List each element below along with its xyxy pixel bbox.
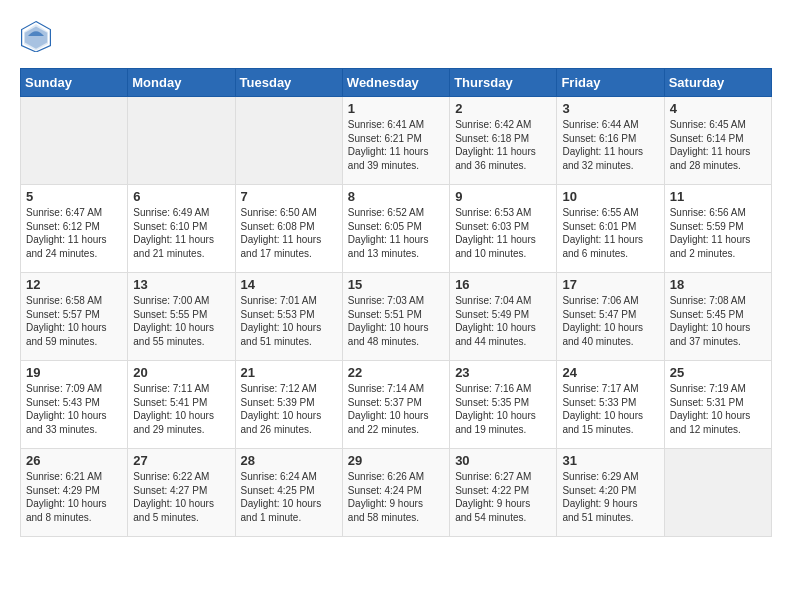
day-info: Sunrise: 6:44 AM Sunset: 6:16 PM Dayligh… [562, 118, 658, 172]
day-info: Sunrise: 7:12 AM Sunset: 5:39 PM Dayligh… [241, 382, 337, 436]
day-number: 14 [241, 277, 337, 292]
day-info: Sunrise: 6:58 AM Sunset: 5:57 PM Dayligh… [26, 294, 122, 348]
calendar-cell [128, 97, 235, 185]
day-info: Sunrise: 7:03 AM Sunset: 5:51 PM Dayligh… [348, 294, 444, 348]
weekday-header-friday: Friday [557, 69, 664, 97]
day-info: Sunrise: 6:29 AM Sunset: 4:20 PM Dayligh… [562, 470, 658, 524]
calendar-cell: 7Sunrise: 6:50 AM Sunset: 6:08 PM Daylig… [235, 185, 342, 273]
calendar-cell: 27Sunrise: 6:22 AM Sunset: 4:27 PM Dayli… [128, 449, 235, 537]
calendar-cell: 12Sunrise: 6:58 AM Sunset: 5:57 PM Dayli… [21, 273, 128, 361]
day-info: Sunrise: 6:50 AM Sunset: 6:08 PM Dayligh… [241, 206, 337, 260]
day-number: 18 [670, 277, 766, 292]
calendar-cell: 9Sunrise: 6:53 AM Sunset: 6:03 PM Daylig… [450, 185, 557, 273]
day-number: 27 [133, 453, 229, 468]
day-number: 2 [455, 101, 551, 116]
day-number: 28 [241, 453, 337, 468]
day-info: Sunrise: 6:42 AM Sunset: 6:18 PM Dayligh… [455, 118, 551, 172]
calendar-cell: 25Sunrise: 7:19 AM Sunset: 5:31 PM Dayli… [664, 361, 771, 449]
day-info: Sunrise: 7:14 AM Sunset: 5:37 PM Dayligh… [348, 382, 444, 436]
day-number: 5 [26, 189, 122, 204]
weekday-header-row: SundayMondayTuesdayWednesdayThursdayFrid… [21, 69, 772, 97]
day-number: 11 [670, 189, 766, 204]
day-info: Sunrise: 7:19 AM Sunset: 5:31 PM Dayligh… [670, 382, 766, 436]
day-number: 29 [348, 453, 444, 468]
day-number: 25 [670, 365, 766, 380]
day-info: Sunrise: 6:49 AM Sunset: 6:10 PM Dayligh… [133, 206, 229, 260]
calendar-cell: 18Sunrise: 7:08 AM Sunset: 5:45 PM Dayli… [664, 273, 771, 361]
calendar-cell: 4Sunrise: 6:45 AM Sunset: 6:14 PM Daylig… [664, 97, 771, 185]
day-info: Sunrise: 6:53 AM Sunset: 6:03 PM Dayligh… [455, 206, 551, 260]
calendar-cell: 16Sunrise: 7:04 AM Sunset: 5:49 PM Dayli… [450, 273, 557, 361]
logo [20, 20, 56, 52]
day-info: Sunrise: 6:41 AM Sunset: 6:21 PM Dayligh… [348, 118, 444, 172]
week-row-1: 1Sunrise: 6:41 AM Sunset: 6:21 PM Daylig… [21, 97, 772, 185]
calendar-cell: 13Sunrise: 7:00 AM Sunset: 5:55 PM Dayli… [128, 273, 235, 361]
calendar-cell: 17Sunrise: 7:06 AM Sunset: 5:47 PM Dayli… [557, 273, 664, 361]
week-row-5: 26Sunrise: 6:21 AM Sunset: 4:29 PM Dayli… [21, 449, 772, 537]
calendar-cell: 31Sunrise: 6:29 AM Sunset: 4:20 PM Dayli… [557, 449, 664, 537]
calendar-cell [235, 97, 342, 185]
calendar-cell: 14Sunrise: 7:01 AM Sunset: 5:53 PM Dayli… [235, 273, 342, 361]
day-number: 1 [348, 101, 444, 116]
week-row-3: 12Sunrise: 6:58 AM Sunset: 5:57 PM Dayli… [21, 273, 772, 361]
day-number: 9 [455, 189, 551, 204]
day-number: 26 [26, 453, 122, 468]
day-info: Sunrise: 7:09 AM Sunset: 5:43 PM Dayligh… [26, 382, 122, 436]
calendar-cell: 24Sunrise: 7:17 AM Sunset: 5:33 PM Dayli… [557, 361, 664, 449]
day-number: 17 [562, 277, 658, 292]
day-number: 6 [133, 189, 229, 204]
day-info: Sunrise: 6:21 AM Sunset: 4:29 PM Dayligh… [26, 470, 122, 524]
calendar-cell: 11Sunrise: 6:56 AM Sunset: 5:59 PM Dayli… [664, 185, 771, 273]
day-number: 15 [348, 277, 444, 292]
day-info: Sunrise: 6:56 AM Sunset: 5:59 PM Dayligh… [670, 206, 766, 260]
calendar-cell: 22Sunrise: 7:14 AM Sunset: 5:37 PM Dayli… [342, 361, 449, 449]
day-number: 12 [26, 277, 122, 292]
day-info: Sunrise: 7:06 AM Sunset: 5:47 PM Dayligh… [562, 294, 658, 348]
calendar-cell: 3Sunrise: 6:44 AM Sunset: 6:16 PM Daylig… [557, 97, 664, 185]
calendar-cell: 19Sunrise: 7:09 AM Sunset: 5:43 PM Dayli… [21, 361, 128, 449]
calendar-cell: 30Sunrise: 6:27 AM Sunset: 4:22 PM Dayli… [450, 449, 557, 537]
day-info: Sunrise: 6:45 AM Sunset: 6:14 PM Dayligh… [670, 118, 766, 172]
day-info: Sunrise: 7:11 AM Sunset: 5:41 PM Dayligh… [133, 382, 229, 436]
day-info: Sunrise: 7:08 AM Sunset: 5:45 PM Dayligh… [670, 294, 766, 348]
page-header [20, 20, 772, 52]
weekday-header-wednesday: Wednesday [342, 69, 449, 97]
day-info: Sunrise: 7:01 AM Sunset: 5:53 PM Dayligh… [241, 294, 337, 348]
day-number: 4 [670, 101, 766, 116]
calendar-cell: 28Sunrise: 6:24 AM Sunset: 4:25 PM Dayli… [235, 449, 342, 537]
weekday-header-saturday: Saturday [664, 69, 771, 97]
day-info: Sunrise: 7:00 AM Sunset: 5:55 PM Dayligh… [133, 294, 229, 348]
day-number: 22 [348, 365, 444, 380]
calendar-cell: 5Sunrise: 6:47 AM Sunset: 6:12 PM Daylig… [21, 185, 128, 273]
week-row-2: 5Sunrise: 6:47 AM Sunset: 6:12 PM Daylig… [21, 185, 772, 273]
week-row-4: 19Sunrise: 7:09 AM Sunset: 5:43 PM Dayli… [21, 361, 772, 449]
day-number: 21 [241, 365, 337, 380]
day-number: 8 [348, 189, 444, 204]
calendar-cell: 8Sunrise: 6:52 AM Sunset: 6:05 PM Daylig… [342, 185, 449, 273]
calendar-cell: 2Sunrise: 6:42 AM Sunset: 6:18 PM Daylig… [450, 97, 557, 185]
day-info: Sunrise: 6:47 AM Sunset: 6:12 PM Dayligh… [26, 206, 122, 260]
weekday-header-tuesday: Tuesday [235, 69, 342, 97]
day-info: Sunrise: 6:26 AM Sunset: 4:24 PM Dayligh… [348, 470, 444, 524]
calendar-cell: 29Sunrise: 6:26 AM Sunset: 4:24 PM Dayli… [342, 449, 449, 537]
weekday-header-thursday: Thursday [450, 69, 557, 97]
day-info: Sunrise: 6:22 AM Sunset: 4:27 PM Dayligh… [133, 470, 229, 524]
day-info: Sunrise: 7:16 AM Sunset: 5:35 PM Dayligh… [455, 382, 551, 436]
calendar-cell [21, 97, 128, 185]
day-number: 23 [455, 365, 551, 380]
day-number: 7 [241, 189, 337, 204]
calendar-cell: 10Sunrise: 6:55 AM Sunset: 6:01 PM Dayli… [557, 185, 664, 273]
day-number: 10 [562, 189, 658, 204]
calendar-cell: 20Sunrise: 7:11 AM Sunset: 5:41 PM Dayli… [128, 361, 235, 449]
day-number: 19 [26, 365, 122, 380]
calendar-cell [664, 449, 771, 537]
day-info: Sunrise: 6:52 AM Sunset: 6:05 PM Dayligh… [348, 206, 444, 260]
day-number: 24 [562, 365, 658, 380]
day-info: Sunrise: 6:27 AM Sunset: 4:22 PM Dayligh… [455, 470, 551, 524]
calendar-cell: 21Sunrise: 7:12 AM Sunset: 5:39 PM Dayli… [235, 361, 342, 449]
weekday-header-sunday: Sunday [21, 69, 128, 97]
day-number: 20 [133, 365, 229, 380]
logo-icon [20, 20, 52, 52]
day-number: 3 [562, 101, 658, 116]
day-number: 16 [455, 277, 551, 292]
